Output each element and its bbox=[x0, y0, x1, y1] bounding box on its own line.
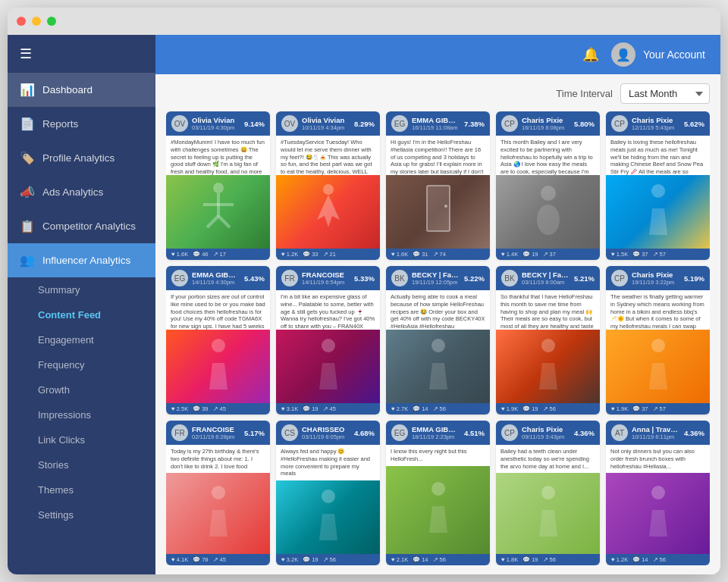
card-percent-1: 9.14% bbox=[244, 120, 265, 128]
account-label: Your Account bbox=[643, 48, 705, 61]
card-image-7 bbox=[276, 330, 380, 403]
card-footer-8: ♥ 2.7K 💬 14 ↗ 56 bbox=[386, 403, 490, 415]
card-13[interactable]: EG EMMA GIBB PERTH 18/11/19 2:23pm 4.51%… bbox=[386, 421, 490, 565]
sidebar-item-profile-analytics[interactable]: 🏷️ Profile Analytics bbox=[8, 141, 155, 175]
card-header-6: EG EMMA GIBB PERTH 14/11/19 4:30pm 5.43% bbox=[166, 266, 270, 290]
sidebar-item-label: Reports bbox=[42, 118, 78, 130]
card-avatar-6: EG bbox=[171, 270, 188, 286]
card-likes-1: ♥ 1.6K bbox=[171, 251, 188, 258]
sidebar-item-competitor-analytics[interactable]: 📋 Competitor Analytics bbox=[8, 209, 155, 243]
card-15[interactable]: AT Anna | Travel & Lifestyle 10/11/19 6:… bbox=[606, 421, 710, 565]
hamburger-icon[interactable]: ☰ bbox=[20, 45, 32, 62]
sidebar-item-reports[interactable]: 📄 Reports bbox=[8, 107, 155, 141]
card-likes-4: ♥ 1.4K bbox=[501, 251, 518, 258]
subnav-engagement[interactable]: Engagement bbox=[8, 327, 155, 352]
toolbar: Time Interval Last Month Last Week Last … bbox=[166, 83, 710, 104]
card-text-2: #TuesdayService Tuesday! Who would let m… bbox=[276, 136, 380, 175]
maximize-button[interactable] bbox=[47, 17, 56, 26]
sidebar-item-dashboard[interactable]: 📊 Dashboard bbox=[8, 73, 155, 107]
card-text-14: Bailey had a teeth clean under anestheti… bbox=[496, 445, 600, 473]
card-avatar-9: BK bbox=[501, 270, 518, 286]
subnav-settings[interactable]: Settings bbox=[8, 502, 155, 527]
card-percent-12: 4.68% bbox=[354, 429, 375, 437]
subnav-link-clicks[interactable]: Link Clicks bbox=[8, 427, 155, 452]
card-8[interactable]: BK BECKY | Fashion, Food,... 19/11/19 12… bbox=[386, 266, 490, 415]
card-comments-5: 💬 37 bbox=[632, 251, 648, 258]
card-4[interactable]: CP Charis Pixie 16/11/19 8:08pm 5.80% Th… bbox=[496, 111, 600, 260]
sidebar-item-ads-analytics[interactable]: 📣 Ads Analytics bbox=[8, 175, 155, 209]
card-comments-7: 💬 19 bbox=[303, 405, 318, 412]
card-comments-4: 💬 19 bbox=[522, 251, 538, 258]
card-footer-12: ♥ 3.2K 💬 19 ↗ 56 bbox=[276, 554, 380, 565]
card-username-8: BECKY | Fashion, Food,... bbox=[412, 271, 460, 279]
sidebar-item-label: Influencer Analytics bbox=[42, 255, 130, 266]
card-image-15 bbox=[606, 473, 710, 554]
card-percent-8: 5.22% bbox=[464, 274, 485, 283]
sidebar-item-label: Dashboard bbox=[42, 84, 93, 95]
svg-point-18 bbox=[212, 486, 225, 499]
card-avatar-15: AT bbox=[611, 424, 628, 441]
card-shares-1: ↗ 17 bbox=[213, 251, 226, 258]
card-likes-14: ♥ 1.8K bbox=[501, 556, 518, 563]
card-footer-4: ♥ 1.4K 💬 19 ↗ 37 bbox=[496, 249, 600, 260]
card-percent-9: 5.21% bbox=[574, 274, 595, 283]
subnav-impressions[interactable]: Impressions bbox=[8, 402, 155, 427]
subnav-growth[interactable]: Growth bbox=[8, 377, 155, 402]
close-button[interactable] bbox=[17, 17, 26, 26]
card-text-12: Always fed and happy 😊 #HelloFreshau mak… bbox=[276, 445, 380, 480]
card-shares-8: ↗ 56 bbox=[433, 405, 446, 412]
card-likes-3: ♥ 1.6K bbox=[391, 251, 408, 258]
card-10[interactable]: CP Charis Pixie 19/11/19 3:22pm 5.19% Th… bbox=[606, 266, 710, 415]
card-9[interactable]: BK BECKY | Fashion, Food,... 03/11/19 8:… bbox=[496, 266, 600, 415]
subnav-content-feed[interactable]: Content Feed bbox=[8, 302, 155, 327]
card-username-12: CHARISSEO bbox=[302, 425, 350, 433]
card-2[interactable]: OV Olivia Vivian 10/11/19 4:34pm 8.29% #… bbox=[276, 111, 380, 260]
card-6[interactable]: EG EMMA GIBB PERTH 14/11/19 4:30pm 5.43%… bbox=[166, 266, 270, 415]
card-14[interactable]: CP Charis Pixie 09/11/19 3:43pm 4.36% Ba… bbox=[496, 421, 600, 565]
card-percent-10: 5.19% bbox=[684, 274, 704, 283]
card-username-14: Charis Pixie bbox=[522, 425, 570, 433]
card-image-5 bbox=[606, 175, 710, 249]
dashboard-icon: 📊 bbox=[20, 83, 35, 97]
card-comments-1: 💬 46 bbox=[193, 251, 208, 258]
subnav-stories[interactable]: Stories bbox=[8, 452, 155, 477]
bell-icon[interactable]: 🔔 bbox=[582, 46, 599, 63]
card-username-15: Anna | Travel & Lifestyle bbox=[632, 425, 680, 433]
card-header-11: FR FRANCOISE 02/11/19 6:28pm 5.17% bbox=[166, 421, 270, 445]
card-5[interactable]: CP Charis Pixie 12/11/19 5:43pm 5.62% Ba… bbox=[606, 111, 710, 260]
card-image-14 bbox=[496, 473, 600, 554]
subnav-frequency[interactable]: Frequency bbox=[8, 352, 155, 377]
card-header-5: CP Charis Pixie 12/11/19 5:43pm 5.62% bbox=[606, 111, 710, 136]
sidebar-item-influencer-analytics[interactable]: 👥 Influencer Analytics bbox=[8, 243, 155, 277]
card-1[interactable]: OV Olivia Vivian 03/11/19 4:30pm 9.14% #… bbox=[166, 111, 270, 260]
card-header-15: AT Anna | Travel & Lifestyle 10/11/19 6:… bbox=[606, 421, 710, 445]
card-11[interactable]: FR FRANCOISE 02/11/19 6:28pm 5.17% Today… bbox=[166, 421, 270, 565]
card-12[interactable]: CS CHARISSEO 03/11/19 8:05pm 4.68% Alway… bbox=[276, 421, 380, 565]
card-comments-14: 💬 19 bbox=[522, 556, 538, 563]
card-3[interactable]: EG EMMA GIBB PERTH 16/11/19 11:08am 7.38… bbox=[386, 111, 490, 260]
card-avatar-8: BK bbox=[391, 270, 408, 286]
card-username-6: EMMA GIBB PERTH bbox=[192, 271, 240, 279]
svg-point-5 bbox=[323, 184, 334, 195]
card-avatar-7: FR bbox=[281, 270, 298, 286]
card-date-2: 10/11/19 4:34pm bbox=[302, 124, 350, 131]
account-button[interactable]: 👤 Your Account bbox=[611, 42, 705, 67]
time-interval-select[interactable]: Last Month Last Week Last 3 Months Last … bbox=[620, 83, 710, 104]
card-shares-10: ↗ 57 bbox=[653, 405, 666, 412]
svg-rect-7 bbox=[444, 205, 447, 208]
subnav-summary[interactable]: Summary bbox=[8, 277, 155, 302]
card-7[interactable]: FR FRANCOISE 14/11/19 6:54pm 5.33% I'm a… bbox=[276, 266, 380, 415]
card-avatar-3: EG bbox=[391, 115, 408, 132]
svg-point-15 bbox=[431, 339, 445, 352]
card-date-14: 09/11/19 3:43pm bbox=[522, 433, 570, 440]
subnav-themes[interactable]: Themes bbox=[8, 477, 155, 502]
main-content: 🔔 👤 Your Account Time Interval Last Mont… bbox=[155, 35, 720, 574]
minimize-button[interactable] bbox=[32, 17, 41, 26]
card-shares-9: ↗ 56 bbox=[543, 405, 556, 412]
card-shares-3: ↗ 74 bbox=[433, 251, 446, 258]
cards-grid: OV Olivia Vivian 03/11/19 4:30pm 9.14% #… bbox=[166, 111, 710, 565]
card-username-5: Charis Pixie bbox=[632, 116, 680, 124]
card-likes-12: ♥ 3.2K bbox=[281, 556, 298, 563]
card-comments-3: 💬 31 bbox=[413, 251, 428, 258]
card-text-1: #MondayMumm! I have too much fun with ch… bbox=[166, 136, 270, 175]
